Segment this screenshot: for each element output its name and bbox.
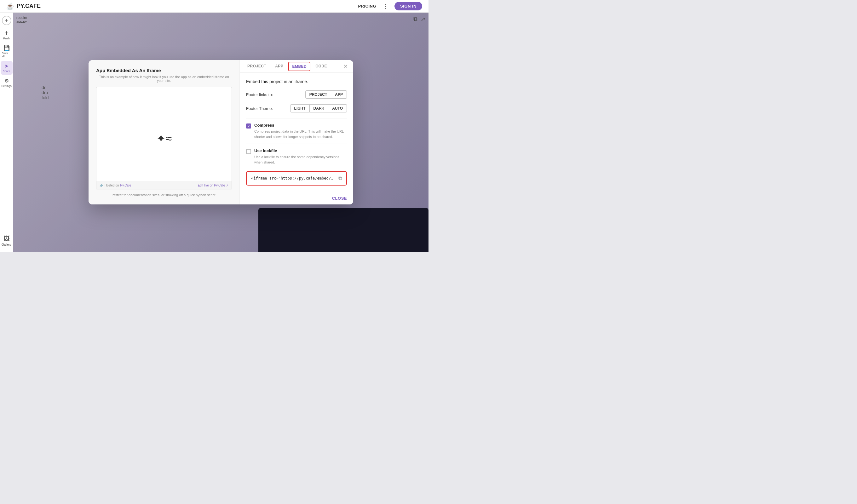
theme-auto-btn[interactable]: AUTO xyxy=(328,104,347,113)
edit-live-link[interactable]: Edit live on Py.Cafe ↗ xyxy=(198,184,229,187)
modal-close-button[interactable]: ✕ xyxy=(341,62,350,70)
sidebar-settings-label: Settings xyxy=(1,84,12,87)
compress-desc: Compress project data in the URL. This w… xyxy=(254,129,347,139)
pricing-link[interactable]: PRICING xyxy=(358,4,376,9)
footer-links-group: PROJECT APP xyxy=(305,90,347,99)
main-layout: + ⬆ Push 💾 Save all ➤ Share ⚙ Settings 🖼… xyxy=(0,13,428,252)
content-area: require app.py ⧉ ↗ dr dro fold App Embed… xyxy=(13,13,428,252)
gallery-icon: 🖼 xyxy=(3,235,10,242)
pycafe-link[interactable]: Py.Cafe xyxy=(120,184,131,187)
topbar: ☕ PY.CAFE PRICING ⋮ SIGN IN xyxy=(0,0,428,13)
tab-code[interactable]: CODE xyxy=(311,60,332,73)
modal-footer: CLOSE xyxy=(240,192,353,204)
footer-links-row: Footer links to: PROJECT APP xyxy=(246,90,347,99)
close-modal-button[interactable]: CLOSE xyxy=(332,196,347,201)
lockfile-text-block: Use lockfile Use a lockfile to ensure th… xyxy=(254,148,347,165)
copy-code-icon[interactable]: ⧉ xyxy=(338,175,342,181)
more-menu-icon[interactable]: ⋮ xyxy=(383,3,388,10)
footer-links-app-btn[interactable]: APP xyxy=(331,90,347,99)
coffee-icon: ☕ xyxy=(6,2,14,10)
compress-checkbox[interactable]: ✓ xyxy=(246,123,251,129)
checkmark-icon: ✓ xyxy=(247,124,250,128)
divider-2 xyxy=(246,144,347,144)
lockfile-checkbox[interactable] xyxy=(246,149,251,154)
lockfile-desc: Use a lockfile to ensure the same depend… xyxy=(254,154,347,165)
modal-left-title: App Embedded As An Iframe xyxy=(96,68,232,73)
footer-theme-row: Footer Theme: LIGHT DARK AUTO xyxy=(246,104,347,113)
sidebar-item-settings[interactable]: ⚙ Settings xyxy=(1,76,13,89)
embed-code-box: <iframe src="https://py.cafe/embed?appty… xyxy=(246,171,347,186)
sidebar-share-label: Share xyxy=(2,70,10,73)
compress-text-block: Compress Compress project data in the UR… xyxy=(254,123,347,139)
compress-label: Compress xyxy=(254,123,347,128)
sidebar-item-push[interactable]: ⬆ Push xyxy=(1,28,13,42)
iframe-preview: ✦≈ 🔗 Hosted on Py.Cafe Edit live on Py.C… xyxy=(96,87,232,190)
iframe-footer-left: 🔗 Hosted on Py.Cafe xyxy=(100,184,131,187)
footer-theme-label: Footer Theme: xyxy=(246,106,290,111)
theme-dark-btn[interactable]: DARK xyxy=(310,104,329,113)
sidebar-item-share[interactable]: ➤ Share xyxy=(1,61,13,75)
compress-row: ✓ Compress Compress project data in the … xyxy=(246,123,347,139)
sidebar-item-gallery[interactable]: 🖼 Gallery xyxy=(0,233,13,249)
logo-text: PY.CAFE xyxy=(17,3,41,10)
tab-project[interactable]: PROJECT xyxy=(243,60,271,73)
save-icon: 💾 xyxy=(3,45,10,51)
lockfile-row: Use lockfile Use a lockfile to ensure th… xyxy=(246,148,347,165)
modal-left-panel: App Embedded As An Iframe This is an exa… xyxy=(88,60,240,204)
preview-sparkle-icon: ✦≈ xyxy=(156,132,172,145)
gallery-label: Gallery xyxy=(2,243,12,246)
lockfile-label: Use lockfile xyxy=(254,148,347,153)
compress-checkbox-wrap[interactable]: ✓ xyxy=(246,123,251,129)
modal-right-panel: PROJECT APP EMBED CODE ✕ Embed this proj… xyxy=(240,60,353,204)
settings-icon: ⚙ xyxy=(4,78,9,84)
upload-icon: ⬆ xyxy=(4,30,9,36)
footer-links-label: Footer links to: xyxy=(246,92,305,97)
modal-right-content: Embed this project in an iframe. Footer … xyxy=(240,73,353,192)
share-modal: App Embedded As An Iframe This is an exa… xyxy=(88,60,353,204)
modal-left-caption: Perfect for documentation sites, or show… xyxy=(96,193,232,197)
tab-bar: PROJECT APP EMBED CODE ✕ xyxy=(240,60,353,73)
modal-overlay: App Embedded As An Iframe This is an exa… xyxy=(13,13,428,252)
sidebar-item-save[interactable]: 💾 Save all xyxy=(1,43,13,60)
hosted-on-text: Hosted on xyxy=(105,184,119,187)
footer-links-project-btn[interactable]: PROJECT xyxy=(305,90,332,99)
share-icon: ➤ xyxy=(4,63,9,69)
embed-code-text: <iframe src="https://py.cafe/embed?appty… xyxy=(251,176,335,181)
sidebar-save-label: Save all xyxy=(2,52,11,58)
topbar-right: PRICING ⋮ SIGN IN xyxy=(358,2,422,11)
tab-app[interactable]: APP xyxy=(271,60,288,73)
iframe-footer: 🔗 Hosted on Py.Cafe Edit live on Py.Cafe… xyxy=(97,181,232,190)
signin-button[interactable]: SIGN IN xyxy=(394,2,422,11)
embed-title: Embed this project in an iframe. xyxy=(246,79,347,84)
sidebar-add-button[interactable]: + xyxy=(2,16,11,25)
sidebar-push-label: Push xyxy=(3,37,10,40)
sidebar: + ⬆ Push 💾 Save all ➤ Share ⚙ Settings 🖼… xyxy=(0,13,13,252)
divider-1 xyxy=(246,118,347,118)
modal-left-subtitle: This is an example of how it might look … xyxy=(96,75,232,83)
logo: ☕ PY.CAFE xyxy=(6,2,358,10)
theme-light-btn[interactable]: LIGHT xyxy=(290,104,310,113)
link-icon: 🔗 xyxy=(100,184,103,187)
lockfile-checkbox-wrap[interactable] xyxy=(246,149,251,154)
tab-embed[interactable]: EMBED xyxy=(288,62,310,71)
footer-theme-group: LIGHT DARK AUTO xyxy=(290,104,347,113)
